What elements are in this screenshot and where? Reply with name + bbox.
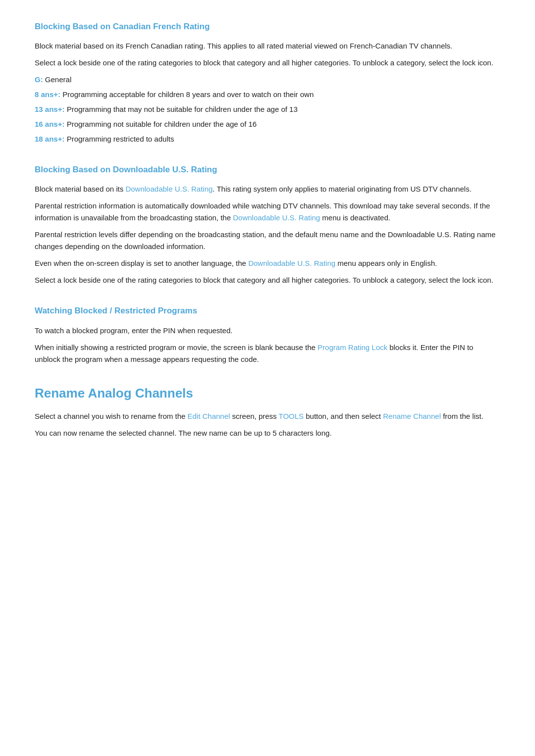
downloadable-us-para1: Block material based on its Downloadable… bbox=[35, 183, 500, 195]
rename-analog-para1-after: from the list. bbox=[441, 412, 483, 420]
watching-blocked-para2: When initially showing a restricted prog… bbox=[35, 342, 500, 365]
downloadable-us-para1-before: Block material based on its bbox=[35, 185, 125, 193]
rating-label-8ans: 8 ans+: bbox=[35, 90, 60, 99]
rating-item-g: G: General bbox=[35, 74, 500, 86]
section-watching-blocked: Watching Blocked / Restricted Programs T… bbox=[35, 304, 500, 365]
rating-desc-8ans: Programming acceptable for children 8 ye… bbox=[62, 90, 314, 99]
downloadable-us-para3: Parental restriction levels differ depen… bbox=[35, 229, 500, 252]
downloadable-us-para4-after: menu appears only in English. bbox=[335, 259, 437, 267]
section-title-rename-analog: Rename Analog Channels bbox=[35, 383, 500, 404]
canadian-french-para2: Select a lock beside one of the rating c… bbox=[35, 57, 500, 69]
downloadable-us-link1: Downloadable U.S. Rating bbox=[125, 185, 213, 193]
watching-blocked-para2-before: When initially showing a restricted prog… bbox=[35, 343, 318, 352]
program-rating-lock-link: Program Rating Lock bbox=[318, 343, 387, 352]
rating-desc-g: General bbox=[45, 75, 71, 84]
rating-label-18ans: 18 ans+: bbox=[35, 135, 64, 143]
rename-analog-para1-before: Select a channel you wish to rename from… bbox=[35, 412, 188, 420]
rating-item-13ans: 13 ans+: Programming that may not be sui… bbox=[35, 103, 500, 115]
rating-label-16ans: 16 ans+: bbox=[35, 120, 64, 128]
downloadable-us-para1-after: . This rating system only applies to mat… bbox=[213, 185, 471, 193]
edit-channel-link: Edit Channel bbox=[188, 412, 230, 420]
downloadable-us-para4: Even when the on-screen display is set t… bbox=[35, 257, 500, 269]
downloadable-us-link3: Downloadable U.S. Rating bbox=[248, 259, 335, 267]
rating-item-16ans: 16 ans+: Programming not suitable for ch… bbox=[35, 118, 500, 130]
rename-analog-para2: You can now rename the selected channel.… bbox=[35, 427, 500, 439]
rating-list-canadian: G: General 8 ans+: Programming acceptabl… bbox=[35, 74, 500, 145]
rename-analog-para1-middle2: button, and then select bbox=[304, 412, 383, 420]
downloadable-us-para5: Select a lock beside one of the rating c… bbox=[35, 274, 500, 286]
watching-blocked-para1: To watch a blocked program, enter the PI… bbox=[35, 325, 500, 337]
rating-desc-13ans: Programming that may not be suitable for… bbox=[67, 105, 298, 113]
section-title-downloadable-us: Blocking Based on Downloadable U.S. Rati… bbox=[35, 163, 500, 176]
rating-desc-16ans: Programming not suitable for children un… bbox=[67, 120, 257, 128]
rename-analog-para1-middle: screen, press bbox=[230, 412, 278, 420]
section-canadian-french-rating: Blocking Based on Canadian French Rating… bbox=[35, 20, 500, 145]
section-downloadable-us-rating: Blocking Based on Downloadable U.S. Rati… bbox=[35, 163, 500, 286]
rename-channel-link: Rename Channel bbox=[383, 412, 441, 420]
tools-link: TOOLS bbox=[279, 412, 304, 420]
rating-item-8ans: 8 ans+: Programming acceptable for child… bbox=[35, 89, 500, 101]
rating-label-g: G: bbox=[35, 75, 43, 84]
section-title-canadian-french: Blocking Based on Canadian French Rating bbox=[35, 20, 500, 33]
canadian-french-para1: Block material based on its French Canad… bbox=[35, 40, 500, 52]
section-rename-analog-channels: Rename Analog Channels Select a channel … bbox=[35, 383, 500, 440]
rename-analog-para1: Select a channel you wish to rename from… bbox=[35, 410, 500, 422]
downloadable-us-para2-after: menu is deactivated. bbox=[320, 213, 390, 222]
rating-desc-18ans: Programming restricted to adults bbox=[67, 135, 174, 143]
downloadable-us-link2: Downloadable U.S. Rating bbox=[233, 213, 320, 222]
section-title-watching-blocked: Watching Blocked / Restricted Programs bbox=[35, 304, 500, 317]
downloadable-us-para4-before: Even when the on-screen display is set t… bbox=[35, 259, 248, 267]
rating-item-18ans: 18 ans+: Programming restricted to adult… bbox=[35, 133, 500, 145]
rating-label-13ans: 13 ans+: bbox=[35, 105, 64, 113]
downloadable-us-para2: Parental restriction information is auto… bbox=[35, 200, 500, 224]
